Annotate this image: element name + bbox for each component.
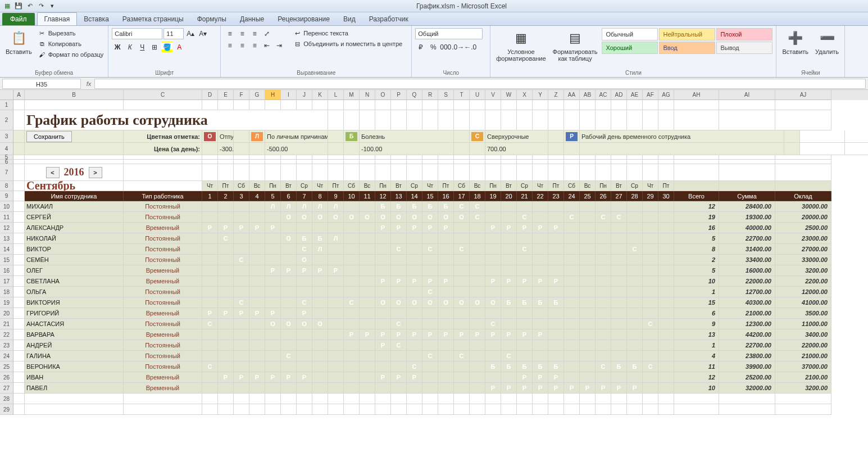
schedule-cell[interactable]: Б	[438, 201, 454, 212]
schedule-cell[interactable]: О	[328, 212, 344, 223]
sum[interactable]: 25200.00	[719, 372, 775, 383]
schedule-cell[interactable]: С	[202, 319, 218, 329]
row-header[interactable]: 4	[0, 143, 13, 155]
employee-name[interactable]: ВЕРОНИКА	[25, 361, 124, 372]
schedule-cell[interactable]	[438, 287, 454, 297]
total-days[interactable]: 12	[674, 201, 719, 212]
schedule-cell[interactable]	[627, 212, 643, 223]
schedule-cell[interactable]	[249, 351, 265, 361]
schedule-cell[interactable]: Р	[422, 329, 438, 340]
schedule-cell[interactable]	[580, 233, 596, 244]
schedule-cell[interactable]	[580, 351, 596, 361]
schedule-cell[interactable]	[643, 329, 658, 340]
employee-name[interactable]: ВИКТОР	[25, 244, 124, 255]
employee-name[interactable]: ОЛЕГ	[25, 265, 124, 276]
sum[interactable]: 22700.00	[719, 233, 775, 244]
schedule-cell[interactable]	[485, 233, 501, 244]
employee-type[interactable]: Постоянный	[124, 233, 202, 244]
employee-type[interactable]: Постоянный	[124, 297, 202, 308]
schedule-cell[interactable]: Р	[438, 276, 454, 287]
comma-icon[interactable]: 000	[440, 42, 451, 53]
schedule-cell[interactable]: Б	[548, 361, 564, 372]
salary[interactable]: 2100.00	[775, 372, 831, 383]
schedule-cell[interactable]: С	[454, 351, 470, 361]
copy-button[interactable]: ⧉Копировать	[37, 39, 105, 49]
column-header[interactable]: C	[124, 90, 202, 100]
schedule-cell[interactable]	[485, 340, 501, 351]
schedule-cell[interactable]: О	[375, 297, 391, 308]
schedule-cell[interactable]	[375, 361, 391, 372]
salary[interactable]: 23000.00	[775, 233, 831, 244]
column-header[interactable]: T	[454, 90, 470, 100]
sum[interactable]: 44200.00	[719, 329, 775, 340]
schedule-cell[interactable]: Б	[312, 233, 328, 244]
schedule-cell[interactable]	[344, 255, 360, 265]
salary[interactable]: 2500.00	[775, 223, 831, 233]
schedule-cell[interactable]	[218, 319, 234, 329]
schedule-cell[interactable]	[548, 201, 564, 212]
schedule-cell[interactable]	[454, 319, 470, 329]
schedule-cell[interactable]	[658, 276, 674, 287]
merge-center-button[interactable]: ⊟Объединить и поместить в центре	[292, 39, 403, 49]
row-header[interactable]: 13	[0, 233, 13, 244]
schedule-cell[interactable]	[218, 340, 234, 351]
column-header[interactable]: M	[344, 90, 360, 100]
decrease-indent-icon[interactable]: ⇤	[261, 40, 272, 51]
schedule-cell[interactable]: Р	[218, 223, 234, 233]
schedule-cell[interactable]	[454, 383, 470, 394]
schedule-cell[interactable]	[375, 383, 391, 394]
schedule-cell[interactable]	[328, 223, 344, 233]
schedule-cell[interactable]	[344, 223, 360, 233]
schedule-cell[interactable]: С	[422, 287, 438, 297]
schedule-cell[interactable]	[564, 255, 580, 265]
schedule-cell[interactable]	[202, 340, 218, 351]
schedule-cell[interactable]	[391, 287, 407, 297]
column-header[interactable]: Q	[407, 90, 422, 100]
salary[interactable]: 3200.00	[775, 383, 831, 394]
schedule-cell[interactable]	[297, 361, 312, 372]
schedule-cell[interactable]: С	[391, 340, 407, 351]
schedule-cell[interactable]	[312, 297, 328, 308]
schedule-cell[interactable]	[596, 340, 611, 351]
column-header[interactable]: P	[391, 90, 407, 100]
schedule-cell[interactable]	[202, 287, 218, 297]
schedule-cell[interactable]	[485, 351, 501, 361]
schedule-cell[interactable]	[580, 297, 596, 308]
schedule-cell[interactable]: С	[596, 361, 611, 372]
row-header[interactable]: 27	[0, 383, 13, 394]
schedule-cell[interactable]: Р	[485, 383, 501, 394]
font-size-combo[interactable]: 11	[163, 28, 184, 39]
schedule-cell[interactable]	[407, 265, 422, 276]
schedule-cell[interactable]: Р	[596, 383, 611, 394]
select-all-corner[interactable]	[0, 90, 13, 100]
column-header[interactable]: W	[501, 90, 517, 100]
schedule-cell[interactable]	[580, 276, 596, 287]
schedule-cell[interactable]	[265, 255, 281, 265]
schedule-cell[interactable]	[611, 233, 627, 244]
shrink-font-icon[interactable]: A▾	[197, 28, 208, 39]
row-header[interactable]: 14	[0, 244, 13, 255]
row-header[interactable]: 15	[0, 255, 13, 265]
salary[interactable]: 30000.00	[775, 201, 831, 212]
schedule-cell[interactable]: Р	[328, 265, 344, 276]
schedule-cell[interactable]	[643, 351, 658, 361]
schedule-cell[interactable]	[202, 276, 218, 287]
schedule-cell[interactable]: С	[391, 319, 407, 329]
schedule-cell[interactable]	[438, 340, 454, 351]
save-icon[interactable]: 💾	[13, 1, 24, 11]
schedule-cell[interactable]	[234, 383, 249, 394]
schedule-cell[interactable]: О	[281, 212, 297, 223]
total-days[interactable]: 1	[674, 340, 719, 351]
schedule-cell[interactable]	[202, 383, 218, 394]
bold-button[interactable]: Ж	[112, 42, 123, 53]
schedule-cell[interactable]	[202, 351, 218, 361]
schedule-cell[interactable]	[517, 308, 533, 319]
schedule-cell[interactable]: Р	[548, 372, 564, 383]
schedule-cell[interactable]	[580, 223, 596, 233]
schedule-cell[interactable]: Р	[375, 276, 391, 287]
schedule-cell[interactable]	[580, 308, 596, 319]
schedule-cell[interactable]	[658, 223, 674, 233]
schedule-cell[interactable]	[454, 255, 470, 265]
employee-type[interactable]: Временный	[124, 372, 202, 383]
schedule-cell[interactable]	[611, 276, 627, 287]
